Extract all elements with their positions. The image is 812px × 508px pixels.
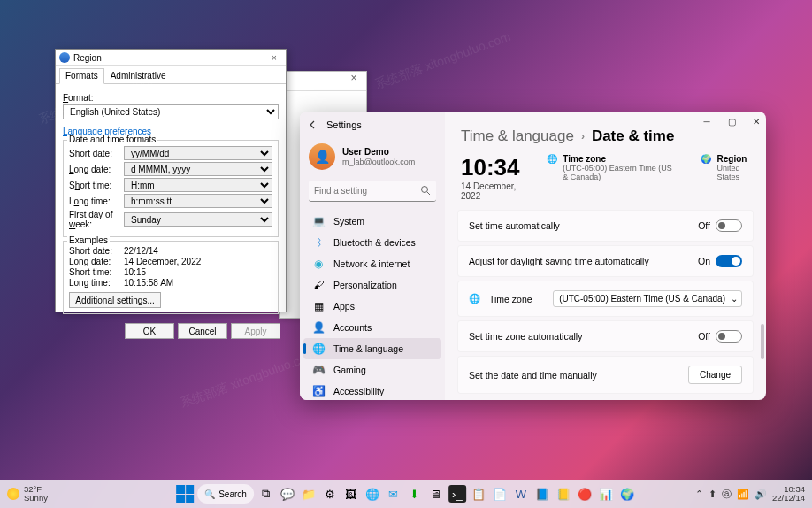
globe-icon: 🌐 bbox=[469, 293, 480, 304]
timezone-select[interactable]: (UTC-05:00) Eastern Time (US & Canada) ⌄ bbox=[553, 290, 742, 307]
app-icon[interactable]: 📘 bbox=[533, 485, 551, 503]
setting-auto-timezone: Set time zone automatically Off bbox=[457, 320, 754, 352]
user-email: m_lab@outlook.com bbox=[342, 158, 415, 168]
settings-window: Settings 👤 User Demo m_lab@outlook.com 💻… bbox=[300, 112, 766, 400]
first-day-select[interactable]: Sunday bbox=[124, 212, 272, 227]
auto-time-toggle[interactable] bbox=[716, 219, 742, 232]
app-icon[interactable]: ⬇ bbox=[406, 485, 424, 503]
chrome-icon[interactable]: 🔴 bbox=[576, 485, 594, 503]
nav-apps[interactable]: ▦Apps bbox=[300, 296, 445, 317]
setting-manual-time: Set the date and time manually Change bbox=[457, 356, 754, 394]
current-time: 10:34 bbox=[461, 154, 520, 181]
ok-button[interactable]: OK bbox=[125, 323, 174, 339]
start-button[interactable] bbox=[176, 485, 194, 503]
weather-widget[interactable]: 32°FSunny bbox=[7, 485, 48, 504]
cancel-button[interactable]: Cancel bbox=[178, 323, 227, 339]
settings-icon[interactable]: ⚙ bbox=[321, 485, 339, 503]
current-date: 14 December, 2022 bbox=[461, 181, 520, 201]
taskbar-search[interactable]: 🔍Search bbox=[197, 484, 254, 504]
setting-timezone: 🌐Time zone (UTC-05:00) Eastern Time (US … bbox=[457, 281, 754, 317]
language-icon[interactable]: ⓐ bbox=[722, 488, 732, 501]
apply-button[interactable]: Apply bbox=[231, 323, 280, 339]
short-time-select[interactable]: H:mm bbox=[124, 178, 272, 192]
system-icon: 💻 bbox=[312, 215, 325, 227]
close-icon[interactable]: × bbox=[341, 72, 366, 90]
app-icon[interactable]: 📊 bbox=[597, 485, 615, 503]
nav-time-language[interactable]: 🌐Time & language bbox=[303, 338, 441, 359]
edge-icon[interactable]: 🌐 bbox=[364, 485, 381, 503]
tab-formats[interactable]: Formats bbox=[59, 68, 104, 84]
date-time-formats-group: Date and time formats Short date:yy/MM/d… bbox=[63, 140, 279, 237]
nav-system[interactable]: 💻System bbox=[300, 211, 445, 232]
search-icon bbox=[420, 185, 431, 196]
setting-dst: Adjust for daylight saving time automati… bbox=[457, 245, 754, 277]
long-time-select[interactable]: h:mm:ss tt bbox=[124, 194, 272, 208]
breadcrumb: Time & language › Date & time bbox=[461, 127, 750, 145]
tray-icon[interactable]: ⬆ bbox=[709, 489, 716, 500]
close-button[interactable]: ✕ bbox=[750, 117, 762, 127]
sun-icon bbox=[7, 488, 19, 500]
breadcrumb-parent[interactable]: Time & language bbox=[461, 127, 574, 145]
format-select[interactable]: English (United States) bbox=[63, 104, 279, 119]
wifi-icon: ◉ bbox=[312, 258, 325, 270]
app-icon[interactable]: 📒 bbox=[555, 485, 572, 503]
short-date-select[interactable]: yy/MM/dd bbox=[124, 146, 272, 160]
region-tabs: Formats Administrative bbox=[56, 66, 286, 84]
nav-accessibility[interactable]: ♿Accessibility bbox=[300, 381, 445, 400]
search-container bbox=[309, 181, 436, 202]
change-button[interactable]: Change bbox=[688, 366, 742, 384]
brush-icon: 🖌 bbox=[312, 279, 325, 291]
setting-auto-time: Set time automatically Off bbox=[457, 210, 754, 242]
word-icon[interactable]: W bbox=[512, 485, 530, 503]
search-input[interactable] bbox=[309, 181, 436, 202]
wifi-icon[interactable]: 📶 bbox=[737, 489, 749, 500]
settings-content: Set time automatically Off Adjust for da… bbox=[445, 210, 766, 400]
accessibility-icon: ♿ bbox=[312, 385, 325, 397]
page-title: Date & time bbox=[592, 127, 675, 145]
globe-clock-icon: 🌐 bbox=[312, 343, 325, 355]
globe-icon bbox=[59, 52, 70, 63]
terminal-icon[interactable]: ›_ bbox=[448, 485, 466, 503]
nav-bluetooth[interactable]: ᛒBluetooth & devices bbox=[300, 232, 445, 253]
scrollbar[interactable] bbox=[761, 324, 764, 359]
taskbar-clock[interactable]: 10:34 22/12/14 bbox=[772, 485, 805, 504]
chevron-right-icon: › bbox=[581, 130, 585, 142]
app-icon[interactable]: ✉ bbox=[385, 485, 402, 503]
timezone-info[interactable]: 🌐 Time zone(UTC-05:00) Eastern Time (US … bbox=[547, 154, 674, 181]
user-name: User Demo bbox=[342, 146, 415, 158]
chevron-up-icon[interactable]: ⌃ bbox=[695, 489, 703, 500]
app-icon[interactable]: 📄 bbox=[491, 485, 509, 503]
task-view-icon[interactable]: ⧉ bbox=[257, 485, 275, 503]
app-icon[interactable]: 🖼 bbox=[342, 485, 360, 503]
nav-personalization[interactable]: 🖌Personalization bbox=[300, 274, 445, 296]
bluetooth-icon: ᛒ bbox=[312, 236, 325, 249]
examples-group: Examples Short date:22/12/14 Long date:1… bbox=[63, 241, 279, 314]
tab-administrative[interactable]: Administrative bbox=[104, 68, 172, 83]
region-info[interactable]: 🌍 RegionUnited States bbox=[701, 154, 750, 181]
globe-icon[interactable]: 🌍 bbox=[618, 485, 636, 503]
system-tray: ⌃ ⬆ ⓐ 📶 🔊 10:34 22/12/14 bbox=[695, 485, 805, 504]
nav-network[interactable]: ◉Network & internet bbox=[300, 253, 445, 274]
app-icon[interactable]: 📋 bbox=[470, 485, 487, 503]
auto-tz-toggle[interactable] bbox=[716, 330, 742, 343]
user-profile[interactable]: 👤 User Demo m_lab@outlook.com bbox=[300, 138, 445, 175]
chat-icon[interactable]: 💬 bbox=[279, 485, 296, 503]
explorer-icon[interactable]: 📁 bbox=[300, 485, 318, 503]
maximize-button[interactable]: ▢ bbox=[725, 117, 738, 127]
globe-icon: 🌐 bbox=[547, 154, 557, 181]
back-button[interactable] bbox=[307, 119, 319, 131]
close-icon[interactable]: × bbox=[266, 53, 282, 63]
region-titlebar: Region × bbox=[56, 50, 286, 66]
long-date-select[interactable]: d MMMM, yyyy bbox=[124, 162, 272, 176]
app-icon[interactable]: 🖥 bbox=[427, 485, 445, 503]
volume-icon[interactable]: 🔊 bbox=[755, 489, 767, 500]
nav-gaming[interactable]: 🎮Gaming bbox=[300, 359, 445, 381]
format-label: Format: bbox=[63, 93, 279, 103]
minimize-button[interactable]: ─ bbox=[701, 117, 713, 127]
dst-toggle[interactable] bbox=[716, 255, 742, 267]
taskbar: 32°FSunny 🔍Search ⧉ 💬 📁 ⚙ 🖼 🌐 ✉ ⬇ 🖥 ›_ 📋… bbox=[0, 480, 812, 508]
person-icon: 👤 bbox=[312, 321, 325, 334]
nav-accounts[interactable]: 👤Accounts bbox=[300, 317, 445, 338]
additional-settings-button[interactable]: Additional settings... bbox=[69, 292, 161, 308]
region-dialog: Region × Formats Administrative Format: … bbox=[55, 49, 287, 312]
